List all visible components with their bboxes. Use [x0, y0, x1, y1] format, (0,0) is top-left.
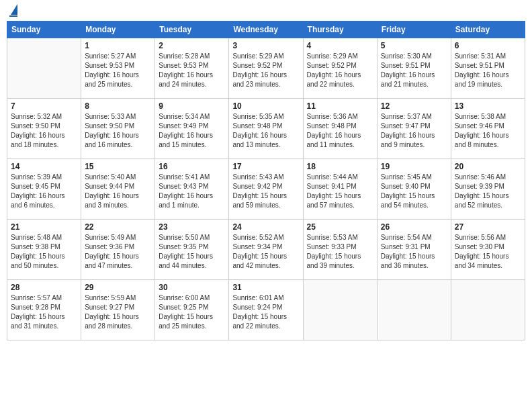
calendar-cell [377, 280, 451, 340]
calendar-cell: 30Sunrise: 6:00 AMSunset: 9:25 PMDayligh… [155, 280, 229, 340]
calendar-cell: 8Sunrise: 5:33 AMSunset: 9:50 PMDaylight… [81, 99, 155, 159]
calendar-cell: 21Sunrise: 5:48 AMSunset: 9:38 PMDayligh… [7, 220, 81, 280]
logo-underline [9, 15, 17, 17]
calendar-cell: 27Sunrise: 5:56 AMSunset: 9:30 PMDayligh… [451, 220, 525, 280]
calendar-header-row: SundayMondayTuesdayWednesdayThursdayFrid… [7, 21, 525, 38]
day-detail: Sunrise: 5:39 AMSunset: 9:45 PMDaylight:… [11, 173, 77, 210]
calendar-cell: 29Sunrise: 5:59 AMSunset: 9:27 PMDayligh… [81, 280, 155, 340]
day-number: 4 [307, 41, 373, 50]
day-number: 18 [307, 162, 373, 171]
day-detail: Sunrise: 5:46 AMSunset: 9:39 PMDaylight:… [455, 173, 521, 210]
calendar-cell: 11Sunrise: 5:36 AMSunset: 9:48 PMDayligh… [303, 99, 377, 159]
day-detail: Sunrise: 5:48 AMSunset: 9:38 PMDaylight:… [11, 233, 77, 271]
day-number: 10 [232, 101, 299, 111]
calendar-week-row: 7Sunrise: 5:32 AMSunset: 9:50 PMDaylight… [7, 99, 525, 159]
calendar-cell: 17Sunrise: 5:43 AMSunset: 9:42 PMDayligh… [229, 159, 303, 220]
day-number: 15 [85, 162, 151, 171]
day-detail: Sunrise: 5:41 AMSunset: 9:43 PMDaylight:… [159, 173, 225, 210]
calendar-cell: 9Sunrise: 5:34 AMSunset: 9:49 PMDaylight… [155, 99, 229, 159]
day-number: 25 [307, 222, 373, 232]
day-number: 7 [11, 101, 77, 111]
day-number: 5 [381, 41, 447, 50]
calendar-cell: 20Sunrise: 5:46 AMSunset: 9:39 PMDayligh… [451, 159, 525, 220]
day-number: 24 [232, 222, 299, 232]
column-header-thursday: Thursday [303, 21, 377, 38]
day-number: 28 [11, 283, 77, 292]
day-detail: Sunrise: 5:32 AMSunset: 9:50 PMDaylight:… [11, 112, 77, 150]
calendar-cell: 5Sunrise: 5:30 AMSunset: 9:51 PMDaylight… [377, 38, 451, 99]
day-detail: Sunrise: 5:37 AMSunset: 9:47 PMDaylight:… [381, 112, 447, 150]
day-number: 31 [232, 283, 299, 292]
day-detail: Sunrise: 5:28 AMSunset: 9:53 PMDaylight:… [159, 52, 225, 89]
column-header-tuesday: Tuesday [155, 21, 229, 38]
logo-triangle-icon [11, 4, 17, 15]
day-number: 20 [455, 162, 521, 171]
page-header [7, 7, 525, 17]
calendar-cell [451, 280, 525, 340]
day-number: 22 [85, 222, 151, 232]
day-detail: Sunrise: 5:30 AMSunset: 9:51 PMDaylight:… [381, 52, 447, 89]
day-number: 13 [455, 101, 521, 111]
calendar-cell [303, 280, 377, 340]
day-detail: Sunrise: 5:27 AMSunset: 9:53 PMDaylight:… [85, 52, 151, 89]
calendar-cell: 6Sunrise: 5:31 AMSunset: 9:51 PMDaylight… [451, 38, 525, 99]
day-detail: Sunrise: 5:29 AMSunset: 9:52 PMDaylight:… [307, 52, 373, 89]
calendar-cell: 15Sunrise: 5:40 AMSunset: 9:44 PMDayligh… [81, 159, 155, 220]
day-detail: Sunrise: 5:33 AMSunset: 9:50 PMDaylight:… [85, 112, 151, 150]
day-detail: Sunrise: 5:40 AMSunset: 9:44 PMDaylight:… [85, 173, 151, 210]
calendar-cell: 19Sunrise: 5:45 AMSunset: 9:40 PMDayligh… [377, 159, 451, 220]
calendar-cell: 13Sunrise: 5:38 AMSunset: 9:46 PMDayligh… [451, 99, 525, 159]
day-number: 1 [85, 41, 151, 50]
day-detail: Sunrise: 5:50 AMSunset: 9:35 PMDaylight:… [159, 233, 225, 271]
column-header-sunday: Sunday [7, 21, 81, 38]
day-detail: Sunrise: 5:45 AMSunset: 9:40 PMDaylight:… [381, 173, 447, 210]
calendar-cell: 7Sunrise: 5:32 AMSunset: 9:50 PMDaylight… [7, 99, 81, 159]
day-detail: Sunrise: 5:44 AMSunset: 9:41 PMDaylight:… [307, 173, 373, 210]
day-number: 8 [85, 101, 151, 111]
calendar-week-row: 14Sunrise: 5:39 AMSunset: 9:45 PMDayligh… [7, 159, 525, 220]
calendar-cell: 10Sunrise: 5:35 AMSunset: 9:48 PMDayligh… [229, 99, 303, 159]
calendar-cell: 12Sunrise: 5:37 AMSunset: 9:47 PMDayligh… [377, 99, 451, 159]
day-number: 9 [159, 101, 225, 111]
day-number: 26 [381, 222, 447, 232]
column-header-wednesday: Wednesday [229, 21, 303, 38]
day-detail: Sunrise: 6:00 AMSunset: 9:25 PMDaylight:… [159, 293, 225, 331]
calendar-cell: 24Sunrise: 5:52 AMSunset: 9:34 PMDayligh… [229, 220, 303, 280]
calendar-cell: 1Sunrise: 5:27 AMSunset: 9:53 PMDaylight… [81, 38, 155, 99]
day-detail: Sunrise: 5:38 AMSunset: 9:46 PMDaylight:… [455, 112, 521, 150]
calendar-cell: 4Sunrise: 5:29 AMSunset: 9:52 PMDaylight… [303, 38, 377, 99]
calendar-cell: 2Sunrise: 5:28 AMSunset: 9:53 PMDaylight… [155, 38, 229, 99]
column-header-saturday: Saturday [451, 21, 525, 38]
day-number: 3 [232, 41, 299, 50]
calendar-cell [7, 38, 81, 99]
day-number: 29 [85, 283, 151, 292]
day-detail: Sunrise: 5:34 AMSunset: 9:49 PMDaylight:… [159, 112, 225, 150]
day-detail: Sunrise: 5:49 AMSunset: 9:36 PMDaylight:… [85, 233, 151, 271]
day-number: 21 [11, 222, 77, 232]
day-detail: Sunrise: 6:01 AMSunset: 9:24 PMDaylight:… [232, 293, 299, 331]
day-detail: Sunrise: 5:53 AMSunset: 9:33 PMDaylight:… [307, 233, 373, 271]
calendar-week-row: 1Sunrise: 5:27 AMSunset: 9:53 PMDaylight… [7, 38, 525, 99]
day-detail: Sunrise: 5:59 AMSunset: 9:27 PMDaylight:… [85, 293, 151, 331]
day-number: 11 [307, 101, 373, 111]
calendar-table: SundayMondayTuesdayWednesdayThursdayFrid… [7, 21, 525, 340]
day-detail: Sunrise: 5:54 AMSunset: 9:31 PMDaylight:… [381, 233, 447, 271]
day-detail: Sunrise: 5:57 AMSunset: 9:28 PMDaylight:… [11, 293, 77, 331]
day-number: 23 [159, 222, 225, 232]
calendar-cell: 22Sunrise: 5:49 AMSunset: 9:36 PMDayligh… [81, 220, 155, 280]
day-detail: Sunrise: 5:36 AMSunset: 9:48 PMDaylight:… [307, 112, 373, 150]
calendar-cell: 16Sunrise: 5:41 AMSunset: 9:43 PMDayligh… [155, 159, 229, 220]
calendar-cell: 3Sunrise: 5:29 AMSunset: 9:52 PMDaylight… [229, 38, 303, 99]
day-number: 17 [232, 162, 299, 171]
day-number: 27 [455, 222, 521, 232]
column-header-monday: Monday [81, 21, 155, 38]
calendar-cell: 23Sunrise: 5:50 AMSunset: 9:35 PMDayligh… [155, 220, 229, 280]
day-number: 6 [455, 41, 521, 50]
day-number: 14 [11, 162, 77, 171]
calendar-cell: 28Sunrise: 5:57 AMSunset: 9:28 PMDayligh… [7, 280, 81, 340]
logo [9, 7, 17, 17]
day-number: 19 [381, 162, 447, 171]
calendar-week-row: 28Sunrise: 5:57 AMSunset: 9:28 PMDayligh… [7, 280, 525, 340]
day-number: 12 [381, 101, 447, 111]
day-detail: Sunrise: 5:43 AMSunset: 9:42 PMDaylight:… [232, 173, 299, 210]
